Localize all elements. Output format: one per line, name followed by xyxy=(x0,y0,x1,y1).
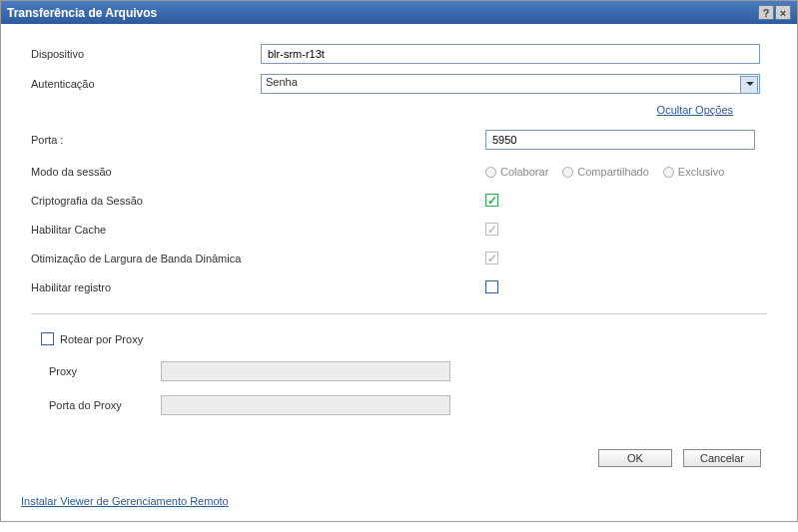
checkmark-icon: ✓ xyxy=(487,253,497,265)
titlebar-controls: ? × xyxy=(758,5,791,20)
toggle-options-link[interactable]: Ocultar Opções xyxy=(657,104,733,116)
proxy-label: Proxy xyxy=(49,365,161,377)
port-label: Porta : xyxy=(31,134,261,146)
close-button[interactable]: × xyxy=(775,5,791,20)
proxy-input xyxy=(161,361,450,381)
port-input[interactable] xyxy=(485,130,755,150)
auth-select-value: Senha xyxy=(266,76,298,88)
footer: Instalar Viewer de Gerenciamento Remoto xyxy=(1,481,797,521)
logging-checkbox[interactable] xyxy=(485,280,498,293)
mode-shared-radio: Compartilhado xyxy=(562,166,649,178)
dialog-title: Transferência de Arquivos xyxy=(7,6,157,20)
device-input[interactable] xyxy=(261,44,760,64)
mode-exclusive-label: Exclusivo xyxy=(678,166,724,178)
dialog: Transferência de Arquivos ? × Dispositiv… xyxy=(0,0,798,522)
chevron-down-icon xyxy=(746,82,754,86)
proxy-row: Proxy xyxy=(49,361,757,381)
help-button[interactable]: ? xyxy=(758,5,774,20)
checkmark-icon: ✓ xyxy=(487,195,497,207)
radio-icon xyxy=(485,167,496,178)
cache-label: Habilitar Cache xyxy=(31,224,261,236)
button-bar: OK Cancelar xyxy=(31,449,767,467)
session-mode-row: Modo da sessão Colaborar Compartilhado E… xyxy=(31,166,767,178)
install-viewer-link[interactable]: Instalar Viewer de Gerenciamento Remoto xyxy=(21,495,229,507)
auth-select[interactable]: Senha xyxy=(261,74,760,94)
logging-label: Habilitar registro xyxy=(31,281,261,293)
encryption-label: Criptografia da Sessão xyxy=(31,195,261,207)
proxy-section: Rotear por Proxy Proxy Porta do Proxy xyxy=(31,313,767,439)
device-label: Dispositivo xyxy=(31,48,261,60)
bandwidth-checkbox: ✓ xyxy=(485,252,498,265)
ok-button[interactable]: OK xyxy=(598,449,672,467)
mode-exclusive-radio: Exclusivo xyxy=(663,166,724,178)
help-icon: ? xyxy=(763,7,770,19)
proxy-port-input xyxy=(161,395,450,415)
close-icon: × xyxy=(780,7,786,19)
checkmark-icon: ✓ xyxy=(487,224,497,236)
port-row: Porta : xyxy=(31,130,767,150)
cancel-button[interactable]: Cancelar xyxy=(683,449,761,467)
session-mode-group: Colaborar Compartilhado Exclusivo xyxy=(485,166,724,178)
encryption-checkbox[interactable]: ✓ xyxy=(485,194,498,207)
radio-icon xyxy=(562,167,573,178)
encryption-row: Criptografia da Sessão ✓ xyxy=(31,194,767,207)
auth-row: Autenticação Senha xyxy=(31,74,767,94)
proxy-port-row: Porta do Proxy xyxy=(49,395,757,415)
session-mode-label: Modo da sessão xyxy=(31,166,261,178)
cache-checkbox: ✓ xyxy=(485,223,498,236)
radio-icon xyxy=(663,167,674,178)
cache-row: Habilitar Cache ✓ xyxy=(31,223,767,236)
proxy-port-label: Porta do Proxy xyxy=(49,399,161,411)
bandwidth-label: Otimização de Largura de Banda Dinâmica xyxy=(31,253,261,265)
auth-label: Autenticação xyxy=(31,78,261,90)
route-proxy-row: Rotear por Proxy xyxy=(41,332,757,345)
route-proxy-label: Rotear por Proxy xyxy=(60,333,143,345)
content: Dispositivo Autenticação Senha Ocultar O… xyxy=(1,24,797,481)
mode-shared-label: Compartilhado xyxy=(577,166,649,178)
bandwidth-row: Otimização de Largura de Banda Dinâmica … xyxy=(31,252,767,265)
titlebar: Transferência de Arquivos ? × xyxy=(1,1,797,24)
route-proxy-checkbox[interactable] xyxy=(41,332,54,345)
logging-row: Habilitar registro xyxy=(31,280,767,293)
mode-collaborate-radio: Colaborar xyxy=(485,166,548,178)
device-row: Dispositivo xyxy=(31,44,767,64)
mode-collaborate-label: Colaborar xyxy=(500,166,548,178)
